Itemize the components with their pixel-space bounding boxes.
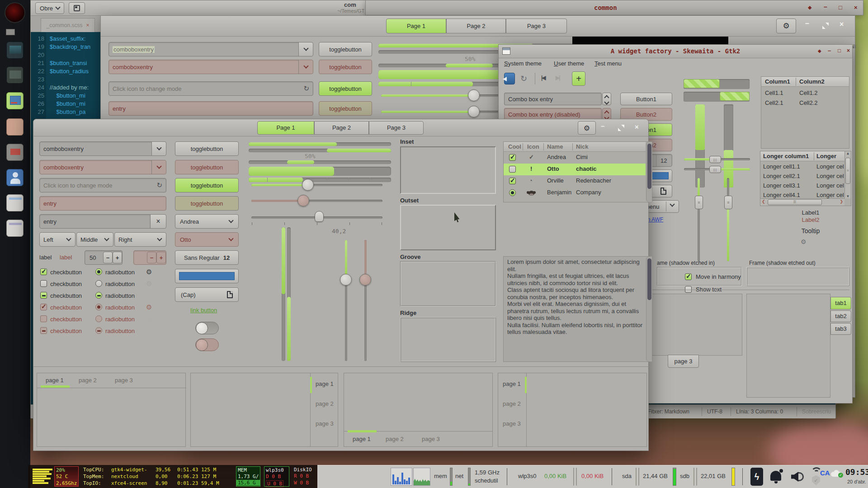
tab-close-icon[interactable]: ×	[86, 22, 90, 28]
skw-tab2[interactable]: tab2	[830, 310, 851, 322]
close-icon[interactable]: ×	[847, 47, 850, 54]
skewaita-titlebar[interactable]: A widget factory - Skewaita - Gtk2 ◆ – □…	[499, 45, 852, 58]
minimize-icon[interactable]: –	[828, 47, 831, 54]
checkbutton-checked[interactable]	[40, 268, 47, 275]
status-overwrite[interactable]: Sobreescriu	[802, 408, 831, 415]
security-shield-icon[interactable]: ✓	[812, 475, 820, 485]
refresh-icon[interactable]: ↻	[156, 181, 162, 189]
notification-bell-icon[interactable]	[769, 469, 783, 484]
spinbutton[interactable]: 50 − +	[85, 250, 123, 265]
nb-tab-page2[interactable]: page 2	[79, 377, 97, 384]
row-radio[interactable]	[509, 189, 516, 196]
keyboard-layout[interactable]: CA	[820, 469, 830, 477]
nb-tab-page1[interactable]: page 1	[503, 380, 521, 387]
bg-icon-entry[interactable]: Click icon to change mode ↻	[108, 81, 313, 96]
sda-label[interactable]: sda	[622, 473, 632, 479]
vscale-1[interactable]	[282, 227, 285, 361]
titlebar-maximize-icon[interactable]: □	[839, 4, 842, 11]
entry-clearable[interactable]: entry	[39, 214, 151, 229]
color-button[interactable]	[175, 269, 239, 283]
icon-entry[interactable]: Click icon to change mode ↻	[39, 178, 166, 192]
front-tab-page2[interactable]: Page 2	[314, 121, 369, 135]
row-checkbox[interactable]	[509, 154, 516, 161]
vertical-scrollbar[interactable]: ▲ ≡ ▼	[844, 151, 851, 198]
titlebar-sticky-icon[interactable]: ◆	[808, 5, 811, 10]
nb-tab-page2[interactable]: page 2	[503, 400, 521, 407]
maximize-icon[interactable]: □	[838, 47, 841, 54]
governor-label[interactable]: schedutil	[475, 477, 498, 484]
front-tab-page1[interactable]: Page 1	[257, 121, 314, 135]
bg-togglebutton-1[interactable]: togglebutton	[319, 42, 372, 56]
menu-logo[interactable]	[5, 2, 25, 23]
column-header[interactable]: Longer column1	[763, 153, 809, 160]
radiobutton-mixed[interactable]	[95, 292, 102, 299]
skw-combo-entry[interactable]: Combo box entry	[504, 93, 602, 105]
togglebutton-3-active[interactable]: togglebutton	[175, 178, 239, 192]
comboboxentry[interactable]: comboboxentry	[39, 141, 166, 156]
front-minimize-icon[interactable]: –	[601, 122, 604, 130]
radiobutton-unchecked[interactable]	[95, 280, 102, 287]
nb-tab-page1[interactable]: page 1	[316, 380, 334, 387]
dock-app-icon-active[interactable]	[6, 92, 24, 109]
skw-vscale-1[interactable]	[695, 104, 705, 188]
column-header[interactable]: Column1	[765, 78, 790, 85]
sdb-label[interactable]: sdb	[680, 473, 689, 479]
battery-icon[interactable]: ϟ	[750, 468, 763, 486]
chevron-down-icon[interactable]	[298, 42, 313, 56]
tree-row[interactable]: ✓ Andrea Cimi	[504, 152, 646, 164]
front-close-icon[interactable]: ×	[635, 123, 639, 131]
vscale-2[interactable]	[287, 227, 291, 361]
column-header[interactable]: Column2	[799, 78, 825, 85]
dock-app-icon-8[interactable]	[6, 220, 24, 237]
treeview[interactable]: Cool Icon Name Nick ✓ Andrea Cimi ! Otto…	[503, 141, 652, 202]
skw-table1[interactable]: Column1 Column2 Cell1.1Cell1.2 Cell2.1Ce…	[761, 76, 849, 149]
skw-tab1[interactable]: tab1	[830, 297, 851, 310]
skw-notebook-tab-page3[interactable]: page 3	[668, 355, 699, 368]
clock-time[interactable]: 09:53	[845, 467, 868, 477]
bg-comboboxentry[interactable]: comboboxentry	[108, 42, 313, 56]
cpu-graph[interactable]	[391, 468, 412, 486]
skw-tab3[interactable]: tab3	[830, 323, 851, 335]
quit-icon[interactable]	[504, 73, 515, 84]
chevron-down-icon[interactable]	[151, 142, 166, 155]
titlebar-close-icon[interactable]: ×	[854, 4, 858, 11]
skw-button1[interactable]: Button1	[620, 93, 672, 105]
dock-app-icon-2[interactable]	[6, 66, 24, 84]
vertical-scrollbar[interactable]	[646, 257, 652, 361]
radiobutton-checked[interactable]	[95, 268, 102, 275]
dock-app-icon-5[interactable]	[6, 144, 24, 161]
link-button[interactable]: link button	[190, 307, 217, 314]
spin-plus-button[interactable]: +	[113, 252, 122, 263]
file-chooser-button[interactable]: (Cap)	[175, 287, 239, 302]
spin-minus-button[interactable]: −	[103, 252, 113, 263]
clear-entry-button[interactable]: ×	[150, 214, 166, 229]
menu-system-theme[interactable]: System theme	[504, 60, 542, 67]
row-checkbox[interactable]	[509, 178, 516, 184]
horizontal-scrollbar[interactable]: ❮ ||| ❯	[760, 198, 844, 206]
gear-icon[interactable]: ⚙	[146, 268, 152, 276]
wifi-iface-label[interactable]: wlp3s0	[518, 473, 536, 479]
row-checkbox[interactable]	[509, 166, 516, 173]
nb-tab-page3[interactable]: page 3	[422, 436, 440, 442]
common-gear-button[interactable]: ⚙	[776, 19, 796, 33]
nb-tab-page2[interactable]: page 2	[386, 436, 404, 442]
column-header-cool[interactable]: Cool	[508, 143, 521, 150]
skw-combo-spin[interactable]	[602, 93, 611, 105]
status-position[interactable]: Línia: 3 Columna: 0	[736, 408, 783, 415]
switch-off[interactable]	[195, 322, 219, 334]
skw-table2[interactable]: Longer column1 Longer col Longer cell1.1…	[760, 151, 851, 206]
tree-row-selected[interactable]: ! Otto chaotic	[504, 164, 646, 175]
titlebar-minimize-icon[interactable]: –	[824, 3, 827, 10]
checkbutton-unchecked[interactable]	[40, 280, 47, 287]
nb-tab-page3[interactable]: page 3	[316, 420, 334, 427]
refresh-icon[interactable]: ↻	[520, 74, 527, 84]
net-graph[interactable]	[413, 468, 430, 486]
togglebutton-1[interactable]: togglebutton	[175, 141, 239, 156]
goto-first-icon[interactable]: |◀	[541, 75, 545, 81]
mem-indicator-label[interactable]: mem	[434, 473, 447, 479]
status-filetype[interactable]: Fitxer: Markdown	[648, 408, 689, 415]
cpu-freq-label[interactable]: 1,59 GHz	[475, 469, 500, 476]
common-close-icon[interactable]: ×	[840, 20, 844, 28]
combo-middle[interactable]: Middle	[76, 232, 113, 247]
add-button[interactable]: +	[572, 71, 585, 86]
